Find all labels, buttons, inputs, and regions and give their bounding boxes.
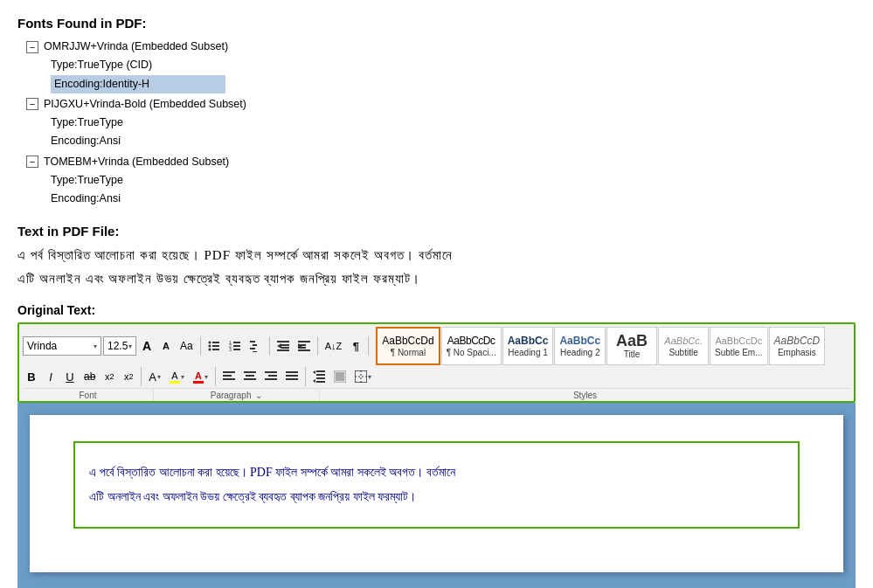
word-bengali-line2: এটি অনলাইন এবং অফলাইন উভয় ক্ষেত্রেই ব্য… [89, 490, 416, 503]
justify-button[interactable] [282, 367, 301, 386]
font-name-value: Vrinda [27, 340, 57, 352]
svg-point-2 [208, 345, 211, 348]
svg-rect-24 [298, 347, 306, 349]
font-group-1-name: OMRJJW+Vrinda (Embedded Subset) [44, 38, 228, 56]
svg-rect-44 [316, 377, 325, 379]
align-right-button[interactable] [261, 367, 281, 386]
toolbar-row2: B I U ab x2 x2 A▾ A ▾ A ▾ [23, 367, 850, 386]
highlight-button[interactable]: A ▾ [166, 367, 188, 386]
style-title-preview: AaB [616, 333, 648, 349]
svg-rect-27 [223, 375, 232, 377]
style-subtitle-preview: AaBbCc. [664, 336, 702, 347]
show-hide-button[interactable]: ¶ [347, 336, 364, 356]
font-size-dropdown-arrow[interactable]: ▾ [128, 342, 132, 350]
borders-button[interactable]: ▾ [351, 367, 375, 386]
sep3 [317, 336, 318, 356]
svg-rect-49 [336, 372, 344, 381]
superscript-button[interactable]: x2 [120, 367, 137, 386]
svg-point-0 [208, 342, 211, 344]
style-subtle-preview: AaBbCcDc [715, 336, 762, 347]
style-normal[interactable]: AaBbCcDd ¶ Normal [376, 327, 440, 365]
style-subtle-em[interactable]: AaBbCcDc Subtle Em... [710, 327, 767, 365]
paragraph-label-text: Paragraph [211, 391, 252, 400]
font-size-box[interactable]: 12.5 ▾ [103, 336, 136, 356]
style-normal-label: ¶ Normal [391, 348, 426, 357]
font-color-button[interactable]: A ▾ [190, 367, 211, 386]
sep1 [200, 336, 201, 356]
strikethrough-button[interactable]: ab [80, 367, 99, 386]
font-grow-button[interactable]: A [138, 336, 156, 356]
svg-rect-5 [212, 349, 219, 350]
font-shrink-button[interactable]: A [157, 336, 175, 356]
line-spacing-button[interactable] [309, 367, 329, 386]
text-section-title: Text in PDF File: [17, 224, 856, 239]
subscript-button[interactable]: x2 [100, 367, 118, 386]
underline-button[interactable]: U [61, 367, 79, 386]
tree-collapse-3[interactable]: − [26, 156, 38, 168]
style-heading1[interactable]: AaBbCc Heading 1 [502, 327, 554, 365]
align-center-button[interactable] [240, 367, 260, 386]
decrease-indent-button[interactable] [274, 336, 293, 356]
multilevel-list-button[interactable] [246, 336, 266, 356]
style-no-spacing[interactable]: AaBbCcDc ¶ No Spaci... [441, 327, 502, 365]
paragraph-section-label: Paragraph ⌄ [154, 390, 320, 401]
font-group-1-children: Type:TrueType (CID) Encoding:Identity-H [51, 56, 856, 93]
svg-rect-42 [316, 370, 325, 372]
svg-rect-20 [277, 349, 289, 351]
font-group-3-name: TOMEBM+Vrinda (Embedded Subset) [44, 153, 229, 171]
numbering-button[interactable]: 1.2.3. [225, 336, 245, 356]
svg-marker-46 [313, 370, 315, 374]
svg-rect-40 [286, 378, 298, 380]
fonts-title: Fonts Found in PDF: [17, 16, 856, 31]
font-group-1-encoding[interactable]: Encoding:Identity-H [51, 75, 225, 93]
svg-rect-19 [281, 347, 289, 349]
sep6 [215, 367, 216, 386]
increase-indent-button[interactable] [294, 336, 314, 356]
svg-point-4 [208, 349, 211, 351]
bold-button[interactable]: B [23, 367, 40, 386]
style-subtitle-label: Subtitle [669, 348, 697, 357]
italic-button[interactable]: I [42, 367, 59, 386]
sep4 [368, 336, 369, 356]
word-bengali-line1: এ পর্বে বিস্তারিত আলোচনা করা হয়েছে। PDF… [89, 466, 455, 479]
style-emphasis[interactable]: AaBbCcD Emphasis [769, 327, 826, 365]
font-name-box[interactable]: Vrinda ▾ [23, 336, 101, 356]
svg-rect-35 [268, 375, 277, 377]
sort-button[interactable]: A↓Z [322, 336, 346, 356]
original-text-title: Original Text: [17, 303, 856, 317]
bengali-line1: এ পর্ব বিস্তারিত আলোচনা করা হয়েছে। PDF … [17, 248, 453, 262]
paragraph-expand-icon[interactable]: ⌄ [255, 391, 262, 400]
font-group-2-children: Type:TrueType Encoding:Ansi [51, 114, 856, 151]
word-bengali-content: এ পর্বে বিস্তারিত আলোচনা করা হয়েছে। PDF… [89, 460, 784, 509]
style-title[interactable]: AaB Title [606, 327, 657, 365]
style-h1-preview: AaBbCc [508, 335, 549, 347]
font-name-dropdown-arrow[interactable]: ▾ [94, 342, 97, 350]
toolbar-row1: Vrinda ▾ 12.5 ▾ A A Aa 1.2.3. [23, 327, 850, 365]
font-group-3-type: Type:TrueType [51, 171, 856, 190]
clear-format-button[interactable]: Aa [177, 336, 197, 356]
align-left-button[interactable] [219, 367, 239, 386]
svg-marker-47 [313, 379, 315, 383]
svg-rect-26 [223, 371, 235, 373]
text-effects-button[interactable]: A▾ [145, 367, 164, 386]
bengali-text-pdf: এ পর্ব বিস্তারিত আলোচনা করা হয়েছে। PDF … [17, 244, 856, 291]
svg-rect-28 [223, 378, 235, 380]
svg-rect-13 [253, 344, 257, 346]
font-group-3-children: Type:TrueType Encoding:Ansi [51, 171, 856, 209]
word-doc-area: এ পর্বে বিস্তারিত আলোচনা করা হয়েছে। PDF… [17, 403, 856, 588]
paragraph-shading-button[interactable] [330, 367, 350, 386]
style-heading2[interactable]: AaBbCc Heading 2 [554, 327, 606, 365]
tree-collapse-1[interactable]: − [26, 41, 38, 53]
svg-rect-9 [233, 345, 240, 347]
svg-rect-11 [233, 349, 240, 350]
svg-rect-32 [244, 378, 256, 380]
svg-rect-45 [316, 381, 325, 383]
tree-collapse-2[interactable]: − [26, 98, 38, 110]
svg-marker-17 [277, 343, 281, 349]
svg-rect-50 [355, 370, 367, 383]
svg-rect-23 [298, 344, 306, 346]
bullets-button[interactable] [204, 336, 224, 356]
style-h2-label: Heading 2 [560, 348, 600, 357]
svg-rect-14 [250, 348, 255, 349]
style-subtitle[interactable]: AaBbCc. Subtitle [658, 327, 709, 365]
